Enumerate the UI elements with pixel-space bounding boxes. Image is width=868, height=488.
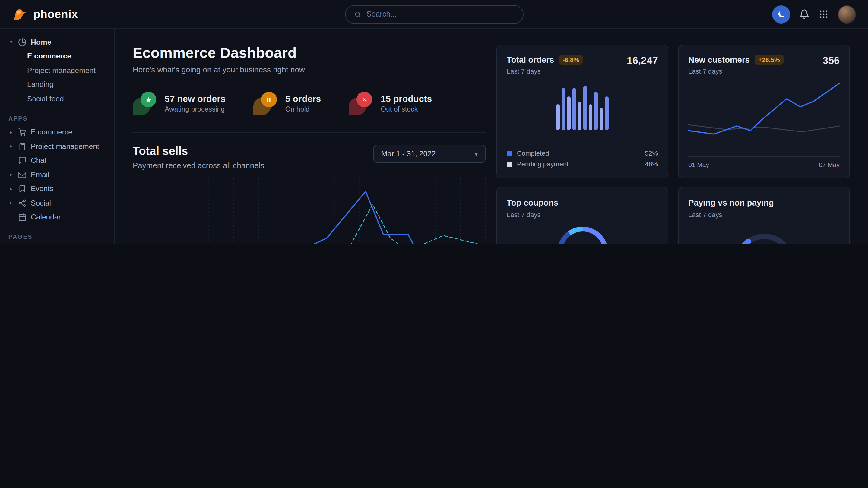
sidebar-section-apps: APPS (8, 115, 107, 122)
total-sells-subtitle: Payment received across all channels (133, 161, 264, 170)
pause-icon (266, 96, 272, 103)
sidebar-subitem-social-feed[interactable]: Social feed (8, 92, 107, 106)
grid-icon (818, 9, 829, 19)
apps-menu-button[interactable] (818, 9, 829, 19)
legend-swatch (507, 151, 512, 156)
x-tick: 07 May (819, 161, 840, 168)
moon-icon (777, 10, 786, 19)
donut-center-label: 72% (555, 224, 610, 244)
bar (562, 88, 565, 130)
chevron-right-icon: ▸ (8, 200, 14, 206)
on-hold-blob (253, 91, 277, 115)
chevron-down-icon: ▾ (475, 151, 478, 157)
bell-icon (799, 9, 809, 19)
sidebar-item-email[interactable]: ▸ Email (8, 168, 107, 182)
bar (600, 108, 603, 130)
date-range-select[interactable]: Mar 1 - 31, 2022 ▾ (373, 145, 486, 163)
total-sells-title: Total sells (133, 145, 264, 158)
share-icon (18, 199, 27, 207)
sidebar-section-pages: PAGES (8, 233, 107, 240)
legend-swatch (507, 161, 512, 167)
chevron-right-icon: ▸ (8, 172, 14, 177)
sidebar-item-project-management[interactable]: ▸ Project management (8, 139, 107, 154)
sidebar: ▾ Home E commerce Project management Lan… (0, 29, 115, 244)
sidebar-subitem-landing[interactable]: Landing (8, 77, 107, 92)
navbar-actions (772, 5, 856, 23)
total-orders-card: Total orders -6.8% Last 7 days 16,247 (496, 44, 668, 178)
bar (605, 96, 609, 130)
page-subtitle: Here's what's going on at your business … (133, 65, 486, 74)
new-orders-blob (133, 91, 157, 115)
bar (567, 96, 570, 130)
paying-gauge-chart (731, 230, 797, 244)
out-of-stock-blob (349, 91, 373, 115)
pie-chart-icon (18, 38, 27, 46)
bookmark-icon (18, 185, 27, 193)
sidebar-subitem-project-management[interactable]: Project management (8, 63, 107, 77)
sidebar-item-label: Home (31, 38, 51, 46)
new-customers-card: New customers +26.5% Last 7 days 356 01 … (678, 44, 850, 178)
sidebar-item-starter[interactable]: Starter (8, 243, 107, 244)
bar (589, 104, 592, 130)
bar (578, 102, 582, 130)
sidebar-item-ecommerce-app[interactable]: ▸ E commerce (8, 125, 107, 139)
stat-new-orders: 57 new orders Awating processing (133, 91, 226, 115)
new-customers-value: 356 (823, 55, 840, 67)
theme-toggle-button[interactable] (772, 5, 790, 23)
phoenix-logo-icon (12, 6, 28, 22)
trend-badge: +26.5% (754, 55, 783, 65)
calendar-icon (18, 213, 27, 222)
sidebar-item-social[interactable]: ▸ Social (8, 196, 107, 210)
chevron-right-icon: ▸ (8, 186, 14, 192)
search-icon (354, 10, 361, 18)
main-content: Ecommerce Dashboard Here's what's going … (115, 29, 868, 244)
page-title: Ecommerce Dashboard (133, 44, 486, 62)
chevron-right-icon: ▸ (8, 144, 14, 149)
chevron-down-icon: ▾ (8, 39, 14, 45)
chat-icon (18, 157, 27, 165)
global-search[interactable] (345, 5, 523, 24)
brand[interactable]: phoenix (12, 6, 78, 22)
bar (573, 88, 576, 130)
x-icon (361, 96, 368, 103)
sidebar-subitem-ecommerce[interactable]: E commerce (8, 49, 107, 63)
sidebar-item-calendar[interactable]: Calendar (8, 210, 107, 224)
legend-item: Completed 52% (507, 149, 658, 157)
stat-orders-on-hold: 5 orders On hold (253, 91, 321, 115)
star-icon (145, 96, 152, 103)
sidebar-item-chat[interactable]: Chat (8, 154, 107, 168)
sidebar-item-events[interactable]: ▸ Events (8, 182, 107, 196)
app-window: phoenix ▾ Home (0, 0, 868, 244)
legend-item: Pending payment 48% (507, 160, 658, 168)
x-tick: 01 May (688, 161, 709, 168)
top-coupons-card: Top coupons Last 7 days 72% Percentage d… (496, 187, 668, 244)
trend-badge: -6.8% (559, 55, 583, 65)
bar (594, 92, 598, 130)
bar (556, 104, 560, 130)
paying-vs-nonpaying-card: Paying vs non paying Last 7 days Paying … (678, 187, 850, 244)
kpi-cards: Total orders -6.8% Last 7 days 16,247 (496, 44, 850, 244)
search-input[interactable] (367, 10, 514, 19)
orders-bar-chart (507, 83, 658, 130)
brand-name: phoenix (33, 7, 78, 21)
user-avatar[interactable] (838, 5, 856, 23)
top-navbar: phoenix (0, 0, 868, 29)
stat-out-of-stock: 15 products Out of stock (349, 91, 432, 115)
sidebar-item-home[interactable]: ▾ Home (8, 35, 107, 49)
clipboard-icon (18, 142, 27, 151)
notifications-button[interactable] (799, 9, 809, 19)
bar (584, 86, 587, 130)
total-orders-value: 16,247 (627, 55, 658, 67)
mail-icon (18, 171, 27, 179)
chevron-right-icon: ▸ (8, 130, 14, 135)
line-chart (688, 82, 840, 140)
total-sells-chart: 01 May 15 May 30 May (133, 178, 486, 244)
cart-icon (18, 128, 27, 136)
stats-row: 57 new orders Awating processing (133, 91, 486, 133)
coupons-donut-chart: 72% (555, 224, 610, 244)
line-chart (133, 178, 486, 244)
